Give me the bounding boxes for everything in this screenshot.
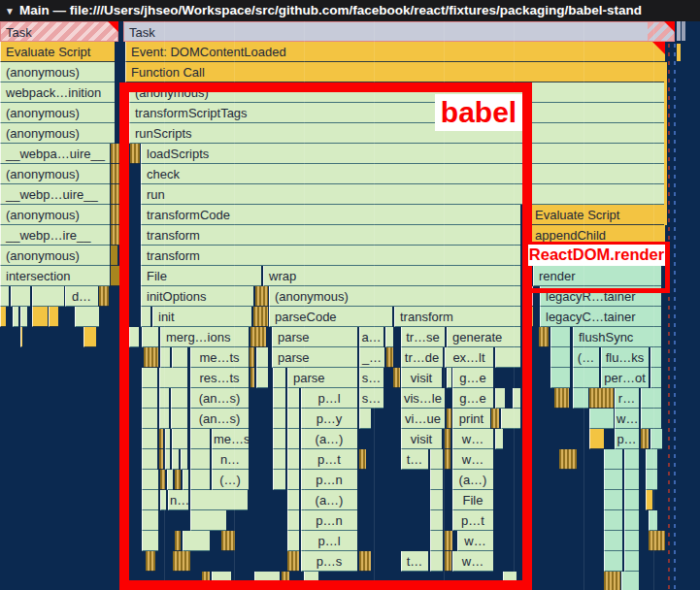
flame-bar[interactable]: Task — [0, 21, 118, 42]
flame-bar[interactable] — [445, 551, 451, 572]
flame-bar[interactable]: res…ts — [190, 368, 249, 388]
flame-bar[interactable]: parse — [272, 327, 357, 347]
flame-bar[interactable]: File — [452, 490, 493, 510]
flame-bar[interactable]: init — [152, 307, 251, 327]
flame-bar[interactable] — [273, 449, 285, 470]
flame-bar[interactable]: legacyR…tainer — [540, 286, 661, 307]
flame-bar[interactable]: File — [141, 266, 261, 286]
flame-bar[interactable] — [190, 490, 248, 510]
flame-bar[interactable] — [447, 409, 451, 429]
flame-bar[interactable]: a… — [359, 327, 383, 347]
flame-bar[interactable]: parse — [272, 347, 357, 368]
flame-bar[interactable]: s… — [359, 368, 383, 388]
flame-bar[interactable] — [141, 307, 150, 327]
flame-bar[interactable] — [501, 409, 520, 429]
flame-bar[interactable] — [550, 347, 570, 368]
flame-bar[interactable]: w… — [615, 409, 639, 429]
flame-bar[interactable] — [160, 490, 166, 510]
flame-bar[interactable] — [641, 409, 661, 429]
flame-bar[interactable] — [167, 470, 173, 490]
flame-bar[interactable] — [142, 449, 157, 470]
flame-bar[interactable]: w… — [452, 449, 493, 470]
flame-bar[interactable]: loadScripts — [141, 144, 665, 164]
flame-bar[interactable]: print — [452, 409, 490, 429]
flame-bar[interactable]: transform — [141, 246, 520, 266]
flame-bar[interactable] — [624, 490, 639, 510]
flame-bar[interactable]: legacyC…tainer — [540, 307, 661, 327]
flame-bar[interactable] — [250, 368, 254, 388]
flame-bar[interactable] — [32, 286, 64, 307]
flame-bar[interactable]: generate — [447, 327, 520, 347]
flame-bar[interactable] — [559, 449, 577, 470]
flame-bar[interactable] — [646, 470, 657, 490]
flame-bar[interactable]: Evaluate Script — [529, 205, 665, 225]
flame-bar[interactable]: ex…lt — [445, 347, 493, 368]
flame-bar[interactable] — [159, 429, 163, 449]
flame-bar[interactable] — [495, 388, 505, 409]
flame-bar[interactable]: Task — [123, 21, 675, 42]
flame-bar[interactable] — [159, 388, 169, 409]
flame-bar[interactable] — [554, 388, 569, 409]
flame-bar[interactable] — [190, 449, 210, 470]
flame-bar[interactable]: transform — [394, 307, 520, 327]
flame-bar[interactable] — [604, 470, 622, 490]
flame-bar[interactable] — [604, 490, 622, 510]
flame-bar[interactable]: Function Call — [125, 62, 665, 82]
flame-bar[interactable] — [0, 286, 9, 307]
flame-bar[interactable] — [159, 368, 187, 388]
flame-bar[interactable] — [539, 327, 549, 347]
flame-bar[interactable]: g…e — [452, 368, 493, 388]
flame-bar[interactable]: p… — [615, 429, 639, 449]
flame-bar[interactable]: (anonymous) — [0, 123, 115, 144]
flame-bar[interactable] — [111, 164, 119, 184]
flame-bar[interactable] — [160, 470, 165, 490]
flame-bar[interactable] — [165, 449, 170, 470]
flame-bar[interactable]: g…e — [452, 388, 493, 409]
flame-bar[interactable] — [190, 510, 226, 531]
flame-bar[interactable] — [589, 388, 614, 409]
flame-bar[interactable] — [250, 327, 266, 347]
flame-bar[interactable] — [11, 286, 30, 307]
flame-bar[interactable] — [650, 368, 661, 388]
flame-bar[interactable]: p…n — [301, 470, 357, 490]
flame-bar[interactable] — [20, 327, 22, 347]
flame-bar[interactable]: t… — [401, 551, 428, 572]
flame-bar[interactable]: flushSync — [573, 327, 661, 347]
flame-bar[interactable] — [430, 531, 443, 551]
flame-bar[interactable]: per…ot — [601, 368, 649, 388]
flame-bar[interactable]: (a…) — [301, 429, 357, 449]
flame-bar[interactable]: parseCode — [269, 307, 392, 327]
flame-bar[interactable] — [142, 429, 157, 449]
flame-bar[interactable] — [624, 551, 639, 572]
flame-bar[interactable] — [287, 429, 299, 449]
flame-bar[interactable]: me…ts — [190, 347, 249, 368]
flame-bar[interactable] — [604, 510, 622, 531]
flame-bar[interactable] — [430, 551, 443, 572]
flame-bar[interactable] — [287, 409, 299, 429]
flame-bar[interactable] — [359, 449, 366, 470]
flame-bar[interactable] — [287, 490, 299, 510]
flame-bar[interactable] — [282, 572, 289, 590]
flame-bar[interactable]: webpack…inition — [0, 82, 115, 103]
flame-bar[interactable] — [111, 246, 117, 266]
flame-bar[interactable] — [142, 510, 158, 531]
flame-bar[interactable] — [165, 429, 170, 449]
flame-bar[interactable] — [445, 449, 450, 470]
flame-bar[interactable]: visit — [401, 429, 442, 449]
flame-bar[interactable] — [641, 429, 649, 449]
flame-bar[interactable]: (anonymous) — [269, 286, 520, 307]
flame-bar[interactable]: vis…le — [401, 388, 445, 409]
flame-bar[interactable]: transformScriptTags — [129, 103, 665, 123]
flame-bar[interactable]: d… — [65, 286, 98, 307]
flame-bar[interactable] — [142, 388, 157, 409]
flame-bar[interactable] — [32, 307, 48, 327]
flame-bar[interactable]: __webp…ire__ — [0, 225, 110, 246]
flame-bar[interactable] — [142, 409, 157, 429]
flame-bar[interactable] — [256, 368, 268, 388]
flame-bar[interactable] — [304, 572, 318, 590]
flame-bar[interactable] — [650, 347, 661, 368]
flame-bar[interactable] — [604, 531, 622, 551]
flame-bar[interactable]: w… — [452, 551, 493, 572]
flame-bar[interactable] — [111, 144, 119, 164]
flame-bar[interactable] — [144, 347, 158, 368]
